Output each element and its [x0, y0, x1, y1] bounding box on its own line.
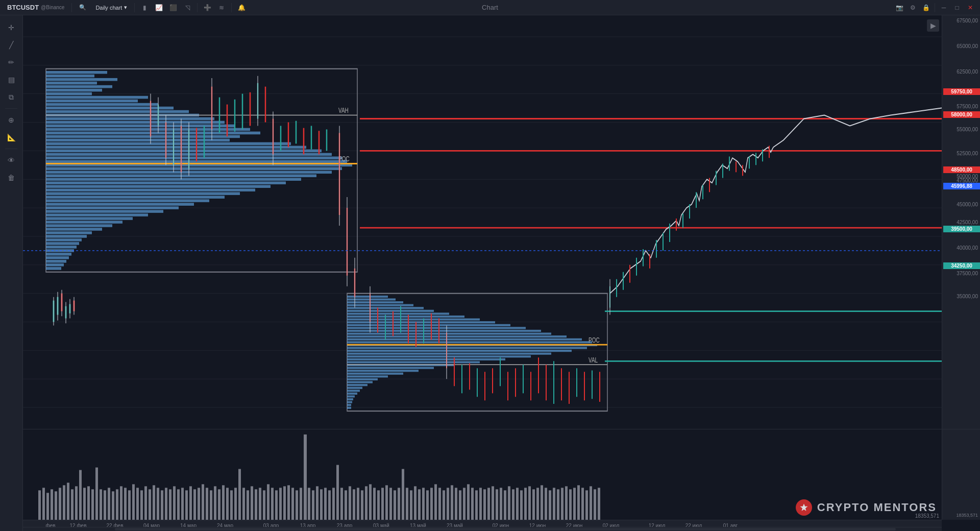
sep1 — [71, 3, 72, 12]
svg-rect-352 — [577, 485, 580, 520]
main-area: ▶ — [23, 15, 980, 531]
svg-rect-258 — [193, 489, 196, 520]
svg-rect-269 — [238, 469, 241, 520]
volume-value: 18353,571 — [956, 513, 978, 518]
svg-rect-76 — [347, 312, 449, 315]
bar-pattern-tool[interactable]: ▤ — [3, 71, 19, 88]
svg-rect-240 — [120, 486, 122, 520]
svg-rect-320 — [447, 488, 449, 520]
eye-tool[interactable]: 👁 — [3, 152, 19, 168]
sep2 — [134, 3, 135, 12]
maximize-button[interactable]: □ — [951, 2, 963, 13]
logo-text: CRYPTO MENTORS — [817, 501, 937, 514]
svg-rect-349 — [565, 486, 568, 520]
svg-rect-346 — [553, 488, 555, 520]
svg-rect-307 — [394, 490, 396, 520]
svg-rect-34 — [46, 142, 291, 146]
svg-rect-337 — [516, 488, 519, 520]
ruler-tool[interactable]: 📐 — [3, 129, 19, 146]
svg-rect-354 — [585, 490, 588, 520]
pencil-tool[interactable]: ✏ — [3, 54, 19, 70]
vah-label-1: VAH — [338, 107, 349, 115]
price-35000: 35000,00 — [957, 294, 978, 299]
svg-rect-103 — [347, 390, 360, 392]
timeframe-button[interactable]: Daily chart ▾ — [92, 3, 130, 12]
svg-rect-63 — [46, 246, 77, 249]
svg-rect-80 — [347, 324, 510, 326]
svg-rect-268 — [234, 488, 237, 520]
svg-rect-303 — [377, 490, 380, 520]
svg-rect-232 — [87, 486, 90, 520]
svg-rect-45 — [46, 181, 286, 184]
svg-rect-16 — [46, 78, 117, 81]
screenshot-icon[interactable]: 📷 — [894, 2, 905, 13]
chart-canvas[interactable]: ▶ — [23, 15, 980, 429]
price-label-34250: 34250,00 — [943, 262, 980, 269]
symbol-label[interactable]: BTCUSDT @Binance — [4, 3, 67, 12]
price-line-uptrend — [610, 147, 773, 293]
horizontal-scrollbar[interactable] — [23, 527, 942, 531]
svg-rect-54 — [46, 213, 148, 216]
svg-rect-326 — [471, 488, 474, 520]
svg-rect-293 — [336, 465, 339, 520]
svg-rect-278 — [275, 490, 278, 520]
lock-icon[interactable]: 🔒 — [920, 2, 932, 13]
svg-rect-235 — [100, 489, 102, 520]
area-icon[interactable]: ◹ — [182, 2, 193, 13]
logo-watermark: CRYPTO MENTORS — [796, 499, 937, 516]
svg-rect-315 — [426, 490, 429, 520]
svg-rect-44 — [46, 178, 301, 181]
svg-rect-38 — [46, 157, 342, 160]
svg-rect-68 — [46, 263, 64, 267]
svg-rect-255 — [181, 488, 184, 520]
crosshair-tool[interactable]: ✛ — [3, 19, 19, 36]
draw-line-tool[interactable]: ╱ — [3, 37, 19, 53]
price-67500: 67500,00 — [957, 18, 978, 23]
svg-rect-347 — [557, 489, 559, 520]
svg-rect-323 — [459, 490, 461, 520]
svg-rect-316 — [430, 488, 433, 520]
price-62500: 62500,00 — [957, 69, 978, 75]
logo-icon — [796, 499, 812, 516]
duplicate-tool[interactable]: ⧉ — [3, 89, 19, 105]
svg-rect-95 — [347, 367, 434, 369]
indicator-button[interactable]: ≋ — [216, 2, 227, 13]
magnet-tool[interactable]: ⊕ — [3, 112, 19, 128]
svg-rect-328 — [479, 488, 482, 520]
scrollbar-thumb[interactable] — [115, 528, 896, 530]
settings-icon[interactable]: ⚙ — [907, 2, 918, 13]
svg-rect-343 — [541, 485, 543, 520]
svg-rect-105 — [347, 395, 355, 397]
svg-rect-226 — [63, 485, 65, 520]
svg-rect-311 — [410, 490, 412, 520]
svg-rect-288 — [316, 486, 318, 520]
bar-chart-icon[interactable]: ▮ — [139, 2, 150, 13]
volume-axis: 18353,571 — [942, 429, 980, 520]
svg-rect-242 — [128, 490, 131, 520]
svg-rect-257 — [189, 486, 192, 520]
svg-rect-60 — [46, 235, 87, 238]
svg-rect-59 — [46, 231, 92, 234]
minimize-button[interactable]: ─ — [938, 2, 949, 13]
line-chart-icon[interactable]: 📈 — [153, 2, 164, 13]
svg-rect-275 — [263, 490, 265, 520]
candle-icon[interactable]: ⬛ — [167, 2, 179, 13]
price-label-59750: 59750,00 — [943, 88, 980, 95]
svg-rect-107 — [347, 401, 352, 403]
svg-rect-241 — [124, 488, 127, 520]
svg-rect-67 — [46, 260, 66, 263]
add-indicator-button[interactable]: ➕ — [202, 2, 213, 13]
svg-rect-81 — [347, 327, 526, 329]
svg-rect-88 — [347, 347, 587, 349]
svg-rect-51 — [46, 203, 194, 206]
close-button[interactable]: ✕ — [965, 2, 976, 13]
search-button[interactable]: 🔍 — [76, 3, 89, 12]
svg-rect-261 — [206, 488, 208, 520]
svg-rect-20 — [46, 92, 92, 95]
svg-rect-73 — [347, 304, 413, 306]
svg-rect-259 — [198, 488, 200, 520]
svg-rect-252 — [169, 489, 172, 520]
svg-rect-15 — [46, 75, 94, 78]
trash-tool[interactable]: 🗑 — [3, 170, 19, 186]
alert-button[interactable]: 🔔 — [236, 2, 247, 13]
